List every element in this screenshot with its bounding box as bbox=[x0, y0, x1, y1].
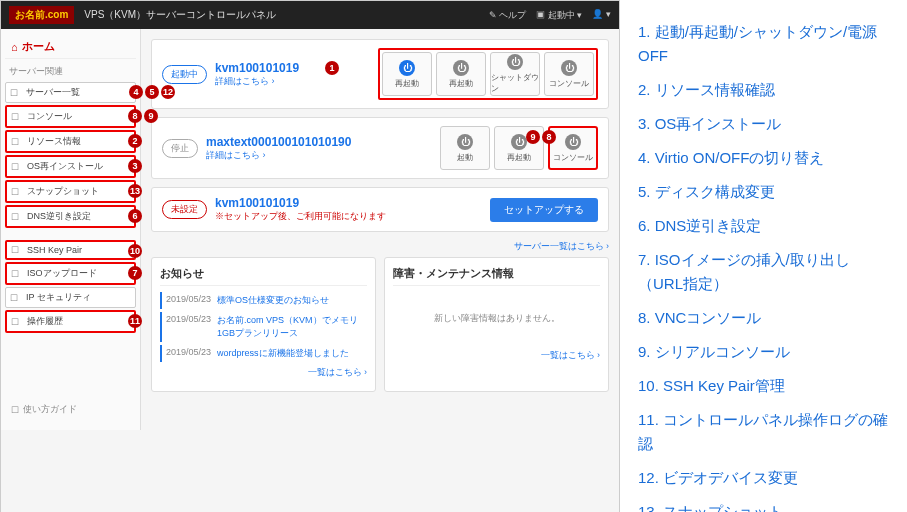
annotation-badge: 10 bbox=[128, 244, 142, 258]
server-name[interactable]: maxtext000100101010190 bbox=[206, 135, 351, 149]
home-icon: ⌂ bbox=[11, 41, 18, 53]
setup-button[interactable]: セットアップする bbox=[490, 198, 598, 222]
annotation-badge: 1 bbox=[325, 61, 339, 75]
action-button[interactable]: ⏻コンソール bbox=[544, 52, 594, 96]
power-icon: ⏻ bbox=[453, 60, 469, 76]
power-icon: ⏻ bbox=[457, 134, 473, 150]
action-button[interactable]: ⏻起動 bbox=[440, 126, 490, 170]
action-button[interactable]: ⏻再起動 bbox=[436, 52, 486, 96]
news-title: お知らせ bbox=[160, 266, 367, 286]
sidebar-item[interactable]: ☐スナップショット13 bbox=[5, 180, 136, 203]
sidebar-item-icon: ☐ bbox=[11, 137, 23, 147]
legend-item: 6. DNS逆引き設定 bbox=[638, 214, 889, 238]
sidebar-item-label: ISOアップロード bbox=[27, 267, 97, 280]
power-icon: ⏻ bbox=[507, 54, 523, 70]
topbar: お名前.com VPS（KVM）サーバーコントロールパネル ✎ ヘルプ ▣ 起動… bbox=[1, 1, 619, 29]
news-link[interactable]: 標準OS仕様変更のお知らせ bbox=[217, 294, 329, 307]
action-group: ⏻再起動⏻再起動⏻シャットダウン⏻コンソール bbox=[378, 48, 598, 100]
news-item[interactable]: 2019/05/23wordpressに新機能登場しました bbox=[160, 345, 367, 362]
power-icon: ⏻ bbox=[561, 60, 577, 76]
detail-link[interactable]: 詳細はこちら › bbox=[206, 149, 351, 162]
annotation-badge: 12 bbox=[161, 85, 175, 99]
annotation-badge: 4 bbox=[129, 85, 143, 99]
sidebar-item[interactable]: ☐リソース情報2 bbox=[5, 130, 136, 153]
detail-link[interactable]: 詳細はこちら › bbox=[215, 75, 299, 88]
sidebar-item[interactable]: ☐サーバー一覧4512 bbox=[5, 82, 136, 103]
annotation-badge: 9 bbox=[144, 109, 158, 123]
action-label: 再起動 bbox=[507, 152, 531, 163]
legend-item: 8. VNCコンソール bbox=[638, 306, 889, 330]
sidebar-item-label: OS再インストール bbox=[27, 160, 103, 173]
sidebar-item-icon: ☐ bbox=[11, 187, 23, 197]
sidebar-item-label: DNS逆引き設定 bbox=[27, 210, 91, 223]
sidebar-home[interactable]: ⌂ホーム bbox=[5, 35, 136, 59]
sidebar-item-label: サーバー一覧 bbox=[26, 86, 80, 99]
sidebar: ⌂ホーム サーバー関連 ☐サーバー一覧4512☐コンソール89☐リソース情報2☐… bbox=[1, 29, 141, 430]
power-icon: ⏻ bbox=[511, 134, 527, 150]
news-item[interactable]: 2019/05/23お名前.com VPS（KVM）でメモリ1GBプランリリース bbox=[160, 312, 367, 342]
sidebar-item[interactable]: ☐IP セキュリティ bbox=[5, 287, 136, 308]
annotation-badge: 13 bbox=[128, 184, 142, 198]
sidebar-item-label: 操作履歴 bbox=[27, 315, 63, 328]
news-date: 2019/05/23 bbox=[166, 294, 211, 307]
topbar-right: ✎ ヘルプ ▣ 起動中 ▾ 👤 ▾ bbox=[489, 9, 611, 22]
annotation-badge: 6 bbox=[128, 209, 142, 223]
sidebar-item-label: コンソール bbox=[27, 110, 72, 123]
sidebar-item[interactable]: ☐操作履歴11 bbox=[5, 310, 136, 333]
action-label: シャットダウン bbox=[491, 72, 539, 94]
legend-list: 1. 起動/再起動/シャットダウン/電源OFF2. リソース情報確認3. OS再… bbox=[620, 0, 907, 512]
news-link[interactable]: wordpressに新機能登場しました bbox=[217, 347, 349, 360]
brand-logo: お名前.com bbox=[9, 6, 74, 24]
sidebar-item[interactable]: ☐SSH Key Pair10 bbox=[5, 240, 136, 260]
user-menu[interactable]: 👤 ▾ bbox=[592, 9, 611, 22]
sidebar-item-label: スナップショット bbox=[27, 185, 99, 198]
main-area: 起動中kvm100101019詳細はこちら ›1⏻再起動⏻再起動⏻シャットダウン… bbox=[141, 29, 619, 430]
app-window: お名前.com VPS（KVM）サーバーコントロールパネル ✎ ヘルプ ▣ 起動… bbox=[0, 0, 620, 512]
action-group: ⏻起動⏻再起動⏻コンソール89 bbox=[440, 126, 598, 170]
status-pill: 停止 bbox=[162, 139, 198, 158]
action-label: コンソール bbox=[553, 152, 593, 163]
server-card: 起動中kvm100101019詳細はこちら ›1⏻再起動⏻再起動⏻シャットダウン… bbox=[151, 39, 609, 109]
action-button[interactable]: ⏻再起動 bbox=[382, 52, 432, 96]
sidebar-item-icon: ☐ bbox=[11, 269, 23, 279]
sidebar-item[interactable]: ☐コンソール89 bbox=[5, 105, 136, 128]
annotation-badge: 7 bbox=[128, 266, 142, 280]
legend-item: 11. コントロールパネル操作ログの確認 bbox=[638, 408, 889, 456]
news-link[interactable]: お名前.com VPS（KVM）でメモリ1GBプランリリース bbox=[217, 314, 367, 340]
sidebar-item-label: SSH Key Pair bbox=[27, 245, 82, 255]
server-card: 未設定kvm100101019※セットアップ後、ご利用可能になりますセットアップ… bbox=[151, 187, 609, 232]
topbar-status[interactable]: ▣ 起動中 ▾ bbox=[536, 9, 582, 22]
legend-item: 12. ビデオデバイス変更 bbox=[638, 466, 889, 490]
sidebar-item-icon: ☐ bbox=[11, 112, 23, 122]
server-name[interactable]: kvm100101019 bbox=[215, 61, 299, 75]
legend-item: 5. ディスク構成変更 bbox=[638, 180, 889, 204]
sidebar-item-icon: ☐ bbox=[11, 317, 23, 327]
sidebar-item[interactable]: ☐ISOアップロード7 bbox=[5, 262, 136, 285]
action-button[interactable]: ⏻シャットダウン bbox=[490, 52, 540, 96]
sidebar-item-icon: ☐ bbox=[11, 212, 23, 222]
sidebar-item[interactable]: ☐DNS逆引き設定6 bbox=[5, 205, 136, 228]
legend-item: 1. 起動/再起動/シャットダウン/電源OFF bbox=[638, 20, 889, 68]
sidebar-item-label: IP セキュリティ bbox=[26, 291, 91, 304]
sidebar-item-icon: ☐ bbox=[10, 293, 22, 303]
all-servers-link[interactable]: サーバー一覧はこちら › bbox=[151, 240, 609, 253]
action-label: コンソール bbox=[549, 78, 589, 89]
sidebar-item[interactable]: ☐OS再インストール3 bbox=[5, 155, 136, 178]
maintenance-more-link[interactable]: 一覧はこちら › bbox=[393, 349, 600, 362]
news-more-link[interactable]: 一覧はこちら › bbox=[160, 366, 367, 379]
legend-item: 3. OS再インストール bbox=[638, 112, 889, 136]
legend-item: 9. シリアルコンソール bbox=[638, 340, 889, 364]
server-name[interactable]: kvm100101019 bbox=[215, 196, 386, 210]
action-button[interactable]: ⏻コンソール89 bbox=[548, 126, 598, 170]
legend-item: 4. Virtio ON/OFFの切り替え bbox=[638, 146, 889, 170]
news-panel: お知らせ 2019/05/23標準OS仕様変更のお知らせ2019/05/23お名… bbox=[151, 257, 376, 392]
sidebar-item-icon: ☐ bbox=[10, 88, 22, 98]
status-pill: 起動中 bbox=[162, 65, 207, 84]
power-icon: ⏻ bbox=[399, 60, 415, 76]
server-card: 停止maxtext000100101010190詳細はこちら ›⏻起動⏻再起動⏻… bbox=[151, 117, 609, 179]
news-item[interactable]: 2019/05/23標準OS仕様変更のお知らせ bbox=[160, 292, 367, 309]
action-label: 再起動 bbox=[395, 78, 419, 89]
help-link[interactable]: ✎ ヘルプ bbox=[489, 9, 527, 22]
maintenance-title: 障害・メンテナンス情報 bbox=[393, 266, 600, 286]
usage-guide-link[interactable]: ☐使い方ガイド bbox=[5, 395, 136, 424]
